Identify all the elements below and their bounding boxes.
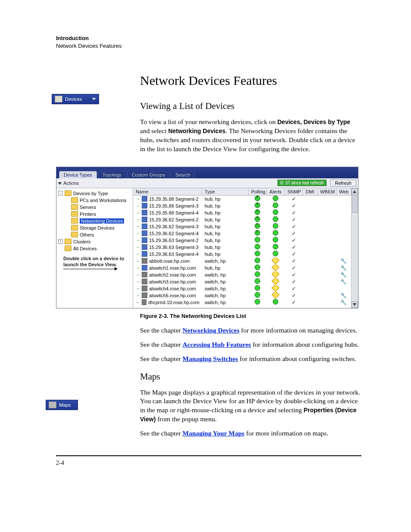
tree-all-devices[interactable]: All Devices (73, 246, 97, 251)
table-row[interactable]: →15.29.36.63 Segment-2hub, hp✓ (133, 237, 351, 244)
table-row[interactable]: →alswitch2.rose.hp.comswitch, hp✓🔧 (133, 271, 351, 278)
device-name: 15.29.36.63 Segment-4 (149, 252, 199, 257)
table-row[interactable]: →abbott.rose.hp.comswitch, hp✓🔧 (133, 258, 351, 264)
col-name[interactable]: Name (133, 188, 202, 195)
alert-ok-icon (273, 251, 278, 256)
arrow-icon: → (136, 231, 140, 236)
col-web[interactable]: Web (336, 188, 351, 195)
table-row[interactable]: →alswitch3.rose.hp.comswitch, hp✓🔧 (133, 278, 351, 285)
check-icon: ✓ (292, 251, 296, 257)
ref-para-3: See the chapter Managing Switches for in… (140, 355, 361, 364)
maps-para: The Maps page displays a graphical repre… (140, 388, 361, 424)
arrow-icon: → (136, 286, 140, 291)
device-type: switch, hp (202, 258, 249, 264)
folder-icon (71, 197, 78, 203)
collapse-icon[interactable]: − (58, 191, 63, 196)
device-icon (142, 203, 147, 208)
scrollbar[interactable] (351, 188, 358, 308)
table-row[interactable]: →alswitch1.rose.hp.comhub, hp✓🔧 (133, 264, 351, 271)
grid-body[interactable]: →15.29.35.88 Segment-2hub, hp✓→15.29.35.… (133, 196, 351, 308)
check-icon: ✓ (292, 279, 296, 285)
device-name: 15.29.35.88 Segment-4 (149, 210, 199, 215)
tab-search[interactable]: Search (171, 171, 195, 178)
arrow-icon: → (136, 238, 140, 243)
device-icon (142, 286, 147, 291)
scroll-down-icon[interactable] (352, 301, 358, 308)
alert-warning-icon (272, 271, 280, 278)
col-alerts[interactable]: Alerts (267, 188, 285, 195)
device-icon (142, 230, 147, 236)
device-name: 15.29.35.88 Segment-2 (149, 196, 199, 202)
table-row[interactable]: →alswitch5.rose.hp.comswitch, hp✓🔧 (133, 292, 351, 299)
tree-item[interactable]: Servers (80, 205, 96, 210)
tree-item[interactable]: Printers (80, 212, 96, 217)
table-row[interactable]: →15.29.35.88 Segment-3hub, hp✓ (133, 202, 351, 209)
device-tree[interactable]: −Devices by Type PCs and Workstations Se… (56, 188, 133, 308)
tree-item[interactable]: Others (80, 232, 94, 237)
intro-paragraph: To view a list of your networking device… (140, 118, 361, 154)
col-type[interactable]: Type (202, 188, 249, 195)
tree-item[interactable]: PCs and Workstations (80, 198, 127, 203)
actions-menu[interactable]: Actions (58, 180, 79, 186)
scroll-thumb[interactable] (352, 195, 358, 213)
device-type: hub, hp (202, 231, 249, 236)
folder-icon (65, 239, 72, 244)
alert-warning-icon (272, 258, 280, 264)
link-managing-switches[interactable]: Managing Switches (183, 355, 238, 362)
check-icon: ✓ (292, 244, 296, 250)
col-wbem[interactable]: WBEM (318, 188, 336, 195)
status-ok-icon (255, 285, 260, 291)
check-icon: ✓ (292, 292, 296, 299)
alert-ok-icon (273, 223, 278, 229)
device-name: alswitch5.rose.hp.com (149, 293, 196, 298)
tree-item[interactable]: Storage Devices (80, 225, 115, 230)
tab-device-types[interactable]: Device Types (59, 171, 97, 178)
maps-icon (49, 401, 56, 408)
scroll-up-icon[interactable] (352, 188, 358, 195)
wrench-icon: 🔧 (340, 265, 347, 271)
status-ok-icon (255, 271, 260, 277)
check-icon: ✓ (292, 224, 296, 230)
device-name: 15.29.36.63 Segment-2 (149, 238, 199, 243)
table-row[interactable]: →alswitch4.rose.hp.comswitch, hp✓ (133, 285, 351, 292)
table-row[interactable]: →15.29.35.88 Segment-2hub, hp✓ (133, 196, 351, 202)
tab-topology[interactable]: Topology (98, 171, 126, 178)
col-snmp[interactable]: SNMP (285, 188, 303, 195)
folder-icon (71, 204, 78, 210)
link-managing-your-maps[interactable]: Managing Your Maps (183, 429, 245, 437)
devices-badge[interactable]: Devices (52, 94, 99, 104)
tree-item-selected[interactable]: Networking Devices (80, 218, 124, 224)
app-window: Device Types Topology Custom Groups Sear… (56, 167, 358, 308)
device-icon (142, 265, 147, 271)
table-row[interactable]: →15.29.36.63 Segment-4hub, hp✓ (133, 251, 351, 258)
tab-custom-groups[interactable]: Custom Groups (127, 171, 170, 178)
table-row[interactable]: →dhcprrid-10.rose.hp.comswitch, hp✓🔧 (133, 299, 351, 306)
col-polling[interactable]: Polling (249, 188, 267, 195)
table-row[interactable]: →15.29.36.62 Segment-3hub, hp✓ (133, 223, 351, 230)
col-dmi[interactable]: DMI (303, 188, 318, 195)
maps-badge[interactable]: Maps (46, 400, 78, 410)
alert-warning-icon (272, 278, 280, 285)
arrow-icon: → (136, 252, 140, 256)
check-icon: ✓ (292, 210, 296, 216)
table-row[interactable]: →15.29.36.62 Segment-2hub, hp✓ (133, 216, 351, 223)
status-unknown-icon (255, 209, 260, 215)
link-networking-devices[interactable]: Networking Devices (183, 327, 240, 334)
alert-ok-icon (273, 209, 278, 215)
expand-icon[interactable]: + (58, 239, 63, 244)
check-icon: ✓ (292, 196, 296, 202)
page-title: Network Devices Features (140, 73, 361, 88)
table-row[interactable]: →15.29.36.63 Segment-3hub, hp✓ (133, 244, 351, 251)
refresh-button[interactable]: Refresh (330, 180, 356, 187)
wrench-icon: 🔧 (340, 299, 347, 305)
intro-mid: and select (140, 127, 168, 134)
table-row[interactable]: →15.29.35.88 Segment-4hub, hp✓ (133, 209, 351, 216)
tree-root[interactable]: Devices by Type (73, 191, 108, 196)
last-refresh-status: 0: 37 since last refresh (277, 180, 327, 186)
table-row[interactable]: →15.29.36.62 Segment-4hub, hp✓ (133, 230, 351, 237)
link-accessing-hub-features[interactable]: Accessing Hub Features (183, 341, 251, 348)
arrow-icon: → (136, 265, 140, 270)
status-unknown-icon (255, 202, 260, 208)
tree-clusters[interactable]: Clusters (73, 239, 90, 244)
device-icon (142, 292, 147, 298)
